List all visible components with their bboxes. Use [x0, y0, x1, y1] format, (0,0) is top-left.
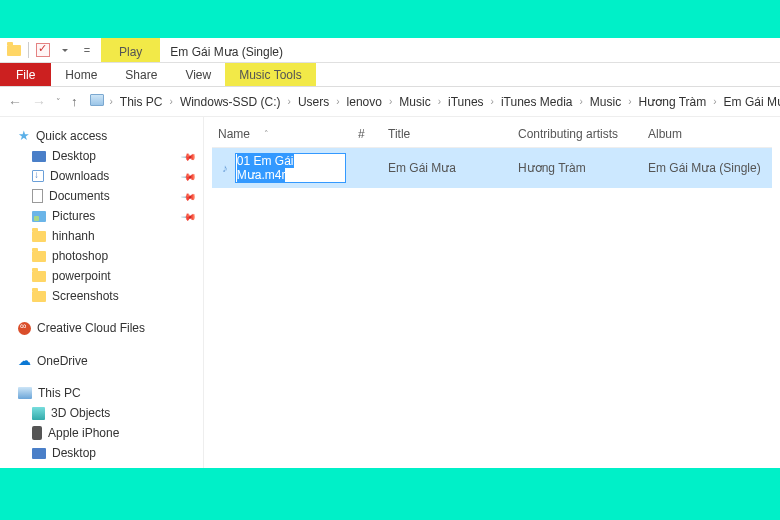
navigation-bar: ← → ˅ ↑ › This PC › Windows-SSD (C:) › U… [0, 87, 780, 117]
crumb-users[interactable]: Users [295, 93, 332, 111]
chevron-right-icon[interactable]: › [387, 96, 394, 107]
column-title[interactable]: Title [382, 125, 512, 143]
column-number[interactable]: # [352, 125, 382, 143]
sidebar-item-desktop[interactable]: Desktop 📌 [0, 146, 203, 166]
crumb-itunes[interactable]: iTunes [445, 93, 487, 111]
column-name[interactable]: Name ˄ [212, 125, 352, 143]
column-album[interactable]: Album [642, 125, 772, 143]
pictures-icon [32, 211, 46, 222]
crumb-drive[interactable]: Windows-SSD (C:) [177, 93, 284, 111]
star-icon: ★ [18, 128, 30, 143]
forward-icon[interactable]: → [32, 94, 46, 110]
column-artists[interactable]: Contributing artists [512, 125, 642, 143]
sidebar-item-desktop2[interactable]: Desktop [0, 443, 203, 463]
rename-text: 01 Em Gái Mưa.m4r [237, 154, 294, 182]
audio-file-icon: ♪ [218, 161, 232, 175]
sidebar-item-pictures[interactable]: Pictures 📌 [0, 206, 203, 226]
pin-icon: 📌 [181, 168, 197, 184]
file-list[interactable]: Name ˄ # Title Contributing artists Albu… [204, 117, 780, 468]
up-icon[interactable]: ↑ [71, 94, 78, 109]
sidebar-item-iphone[interactable]: Apple iPhone [0, 423, 203, 443]
quick-access-toolbar: = [0, 38, 101, 62]
ribbon-toggle-icon[interactable]: = [77, 40, 97, 60]
ribbon-tabs: File Home Share View Music Tools [0, 63, 780, 87]
sidebar-item-label: photoshop [52, 249, 108, 263]
sidebar-item-3d-objects[interactable]: 3D Objects [0, 403, 203, 423]
onedrive-icon: ☁ [18, 353, 31, 368]
sidebar-item-label: Documents [49, 189, 110, 203]
chevron-right-icon[interactable]: › [626, 96, 633, 107]
chevron-right-icon[interactable]: › [286, 96, 293, 107]
sidebar-item-label: Screenshots [52, 289, 119, 303]
column-headers: Name ˄ # Title Contributing artists Albu… [212, 121, 772, 148]
chevron-right-icon[interactable]: › [436, 96, 443, 107]
breadcrumb[interactable]: › This PC › Windows-SSD (C:) › Users › l… [84, 93, 781, 111]
sidebar-item-this-pc[interactable]: This PC [0, 383, 203, 403]
navigation-pane: ★ Quick access Desktop 📌 Downloads 📌 Doc… [0, 117, 204, 468]
pc-icon[interactable] [90, 94, 106, 110]
downloads-icon [32, 170, 44, 182]
tab-share[interactable]: Share [111, 63, 171, 86]
creative-cloud-icon [18, 322, 31, 335]
desktop-icon [32, 151, 46, 162]
sidebar-item-label: 3D Objects [51, 406, 110, 420]
explorer-window: = Play Em Gái Mưa (Single) File Home Sha… [0, 38, 780, 468]
sidebar-item-onedrive[interactable]: ☁ OneDrive [0, 350, 203, 371]
sidebar-item-documents[interactable]: Documents 📌 [0, 186, 203, 206]
crumb-user[interactable]: lenovo [344, 93, 385, 111]
crumb-music2[interactable]: Music [587, 93, 624, 111]
contextual-tab-play: Play [101, 38, 160, 62]
crumb-music[interactable]: Music [396, 93, 433, 111]
sidebar-item-label: Desktop [52, 149, 96, 163]
chevron-right-icon[interactable]: › [168, 96, 175, 107]
cell-name[interactable]: ♪ 01 Em Gái Mưa.m4r [212, 151, 352, 185]
sidebar-item-label: OneDrive [37, 354, 88, 368]
sidebar-item-creative-cloud[interactable]: Creative Cloud Files [0, 318, 203, 338]
crumb-this-pc[interactable]: This PC [117, 93, 166, 111]
chevron-right-icon[interactable]: › [711, 96, 718, 107]
crumb-itunes-media[interactable]: iTunes Media [498, 93, 576, 111]
sidebar-item-label: Downloads [50, 169, 109, 183]
rename-input[interactable]: 01 Em Gái Mưa.m4r [235, 153, 346, 183]
sidebar-item-folder[interactable]: Screenshots [0, 286, 203, 306]
sidebar-item-label: Quick access [36, 129, 107, 143]
column-label: Name [218, 127, 250, 141]
sort-ascending-icon: ˄ [264, 129, 269, 139]
folder-icon[interactable] [4, 40, 24, 60]
content-area: ★ Quick access Desktop 📌 Downloads 📌 Doc… [0, 117, 780, 468]
sidebar-item-folder[interactable]: powerpoint [0, 266, 203, 286]
folder-icon [32, 291, 46, 302]
chevron-right-icon[interactable]: › [108, 96, 115, 107]
file-row[interactable]: ♪ 01 Em Gái Mưa.m4r Em Gái Mưa Hương Trà… [212, 148, 772, 188]
sidebar-item-downloads[interactable]: Downloads 📌 [0, 166, 203, 186]
properties-icon[interactable] [33, 40, 53, 60]
tab-home[interactable]: Home [51, 63, 111, 86]
sidebar-item-quick-access[interactable]: ★ Quick access [0, 125, 203, 146]
sidebar-item-label: Apple iPhone [48, 426, 119, 440]
title-bar: = Play Em Gái Mưa (Single) [0, 38, 780, 63]
sidebar-item-folder[interactable]: photoshop [0, 246, 203, 266]
pin-icon: 📌 [181, 148, 197, 164]
cell-album: Em Gái Mưa (Single) [642, 159, 772, 177]
crumb-album[interactable]: Em Gái Mưa (Single) [721, 93, 780, 111]
sidebar-item-label: This PC [38, 386, 81, 400]
chevron-right-icon[interactable]: › [489, 96, 496, 107]
desktop-icon [32, 448, 46, 459]
tab-view[interactable]: View [171, 63, 225, 86]
crumb-artist[interactable]: Hương Tràm [636, 93, 710, 111]
title-section: Play Em Gái Mưa (Single) [101, 38, 293, 62]
objects3d-icon [32, 407, 45, 420]
qat-dropdown-icon[interactable] [55, 40, 75, 60]
pc-icon [18, 387, 32, 399]
chevron-right-icon[interactable]: › [578, 96, 585, 107]
tab-file[interactable]: File [0, 63, 51, 86]
sidebar-item-label: Desktop [52, 446, 96, 460]
history-dropdown-icon[interactable]: ˅ [56, 97, 61, 107]
tab-music-tools[interactable]: Music Tools [225, 63, 315, 86]
pin-icon: 📌 [181, 208, 197, 224]
pin-icon: 📌 [181, 188, 197, 204]
sidebar-item-folder[interactable]: hinhanh [0, 226, 203, 246]
cell-title: Em Gái Mưa [382, 159, 512, 177]
chevron-right-icon[interactable]: › [334, 96, 341, 107]
back-icon[interactable]: ← [8, 94, 22, 110]
